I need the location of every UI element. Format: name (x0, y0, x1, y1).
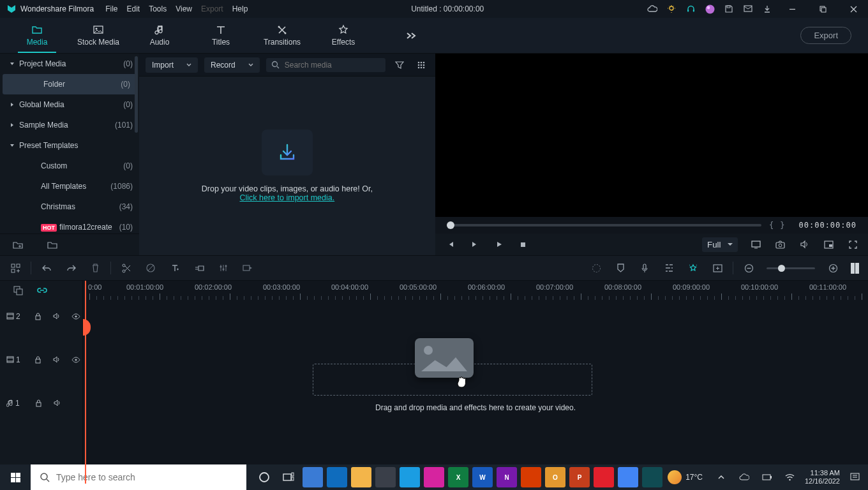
taskbar-app-excel[interactable]: X (448, 467, 468, 487)
taskbar-taskview[interactable] (278, 467, 299, 487)
taskbar-app-opera[interactable] (594, 467, 614, 487)
track-video-1[interactable]: 1 (0, 347, 82, 373)
insert-icon[interactable] (711, 262, 724, 274)
menu-view[interactable]: View (176, 4, 192, 13)
headset-icon[interactable] (685, 4, 696, 14)
zoom-out-icon[interactable] (742, 262, 755, 274)
search-box[interactable] (266, 58, 385, 72)
start-button[interactable] (0, 464, 31, 490)
taskbar-search-input[interactable] (56, 472, 237, 482)
media-drop-area[interactable]: Drop your video clips, images, or audio … (139, 77, 435, 255)
playhead-line[interactable] (85, 300, 86, 484)
display-icon[interactable] (749, 238, 762, 251)
cloud-icon[interactable] (647, 4, 657, 14)
quality-select-wrap[interactable]: Full1/21/4 (702, 237, 738, 252)
lightbulb-icon[interactable] (666, 4, 677, 14)
tab-media[interactable]: Media (6, 18, 68, 53)
tree-item-filmora12create[interactable]: HOTfilmora12create(10) (0, 217, 139, 234)
text-icon[interactable] (168, 262, 181, 274)
taskbar-search[interactable] (31, 464, 246, 490)
timeline-ruler[interactable]: 0:0000:01:00:0000:02:00:0000:03:00:0000:… (83, 281, 868, 300)
menu-help[interactable]: Help (232, 4, 248, 13)
notifications-tray-icon[interactable] (846, 469, 863, 486)
tree-item-sample-media[interactable]: Sample Media(101) (0, 115, 139, 135)
render-icon[interactable] (590, 262, 602, 274)
taskbar-cortana[interactable] (254, 467, 274, 487)
tab-transitions[interactable]: Transitions (251, 18, 313, 53)
video-viewport[interactable] (435, 54, 868, 217)
taskbar-app-mail[interactable] (327, 467, 347, 487)
message-icon[interactable] (743, 4, 753, 14)
undo-icon[interactable] (40, 262, 53, 274)
taskbar-app-onenote[interactable]: N (497, 467, 517, 487)
save-icon[interactable] (724, 4, 734, 14)
mute-icon[interactable] (51, 397, 64, 410)
download-icon[interactable] (762, 4, 772, 14)
mute-icon[interactable] (50, 353, 63, 366)
tree-item-folder[interactable]: Folder(0) (3, 74, 137, 94)
speed-icon[interactable] (193, 262, 206, 274)
export-button[interactable]: Export (800, 27, 851, 44)
play-icon[interactable] (493, 238, 505, 251)
playhead-flag[interactable] (85, 281, 86, 300)
tree-item-project-media[interactable]: Project Media(0) (0, 54, 139, 74)
tree-item-custom[interactable]: Custom(0) (0, 156, 139, 176)
menu-export[interactable]: Export (201, 4, 223, 13)
fullscreen-icon[interactable] (846, 238, 859, 251)
menu-tools[interactable]: Tools (149, 4, 167, 13)
tree-item-global-media[interactable]: Global Media(0) (0, 94, 139, 115)
import-tile[interactable] (262, 130, 313, 175)
snapshot-icon[interactable] (774, 238, 786, 251)
battery-tray-icon[interactable] (759, 469, 775, 486)
prev-frame-icon[interactable] (444, 238, 457, 251)
search-input[interactable] (285, 61, 380, 70)
taskbar-app-appF[interactable] (521, 467, 541, 487)
visibility-icon[interactable] (70, 353, 82, 366)
more-tabs-button[interactable] (406, 18, 417, 53)
wifi-tray-icon[interactable] (782, 469, 798, 486)
tab-stock[interactable]: Stock Media (68, 18, 129, 53)
tracks-canvas[interactable]: Drag and drop media and effects here to … (83, 300, 868, 484)
tab-audio[interactable]: Audio (129, 18, 190, 53)
split-icon[interactable] (120, 262, 133, 274)
crop-icon[interactable] (144, 262, 157, 274)
redo-icon[interactable] (64, 262, 77, 274)
menu-file[interactable]: File (105, 4, 117, 13)
folder-icon[interactable] (46, 239, 59, 251)
tab-titles[interactable]: Titles (190, 18, 251, 53)
lock-icon[interactable] (32, 353, 45, 366)
visibility-icon[interactable] (70, 310, 82, 323)
taskbar-app-instagram[interactable] (424, 467, 444, 487)
taskbar-app-outlook[interactable]: O (545, 467, 565, 487)
filter-icon[interactable] (392, 57, 407, 73)
tree-item-christmas[interactable]: Christmas(34) (0, 197, 139, 217)
add-track-icon[interactable] (9, 262, 22, 274)
taskbar-app-explorer[interactable] (351, 467, 371, 487)
lock-icon[interactable] (32, 310, 45, 323)
track-audio-1[interactable]: 1 (0, 390, 82, 416)
menu-edit[interactable]: Edit (127, 4, 140, 13)
onedrive-tray-icon[interactable] (736, 469, 752, 486)
voiceover-icon[interactable] (638, 262, 651, 274)
taskbar-app-appA[interactable] (303, 467, 323, 487)
taskbar-app-word[interactable]: W (472, 467, 493, 487)
auto-ripple-icon[interactable] (687, 262, 700, 274)
tree-item-preset-templates[interactable]: Preset Templates (0, 135, 139, 156)
timeline-options-icon[interactable] (11, 284, 24, 297)
tray-chevron-icon[interactable] (713, 469, 730, 486)
window-maximize[interactable] (812, 0, 834, 18)
new-folder-icon[interactable] (11, 239, 24, 251)
taskbar-app-filmora[interactable] (642, 467, 662, 487)
taskbar-clock[interactable]: 11:38 AM 12/16/2022 (805, 469, 840, 486)
volume-icon[interactable] (798, 238, 811, 251)
grid-view-icon[interactable] (414, 57, 429, 73)
link-icon[interactable] (36, 284, 49, 297)
import-dropdown[interactable]: Import (146, 57, 198, 73)
adjust-icon[interactable] (217, 262, 230, 274)
mute-icon[interactable] (50, 310, 63, 323)
tree-item-all-templates[interactable]: All Templates(1086) (0, 176, 139, 197)
profile-icon[interactable] (705, 4, 715, 14)
zoom-in-icon[interactable] (827, 262, 839, 274)
taskbar-app-store[interactable] (375, 467, 396, 487)
track-video-2[interactable]: 2 (0, 304, 82, 329)
